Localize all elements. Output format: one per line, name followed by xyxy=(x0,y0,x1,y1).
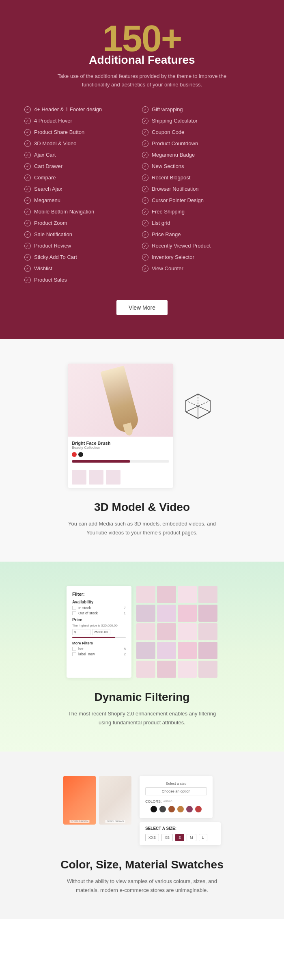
features-col2: ✓Gift wrapping✓Shipping Calculator✓Coupo… xyxy=(142,104,260,286)
view-more-button[interactable]: View More xyxy=(116,300,168,315)
check-icon: ✓ xyxy=(142,220,148,226)
3d-model-icon xyxy=(180,388,216,424)
feature-item: ✓Product Zoom xyxy=(24,218,142,229)
swatch-label-2: BOBBI BROWN xyxy=(105,820,125,823)
filter-more[interactable]: More Filters xyxy=(72,641,126,645)
product-thumb-item xyxy=(198,623,217,640)
size-swatch[interactable]: L xyxy=(199,834,207,841)
in-stock-row: In stock 7 xyxy=(72,606,126,610)
color-swatch[interactable] xyxy=(177,806,184,812)
color-swatch[interactable] xyxy=(195,806,202,812)
check-icon: ✓ xyxy=(142,265,148,272)
swatch-size-select[interactable]: Choose an option xyxy=(145,787,207,795)
size-swatch[interactable]: XS xyxy=(161,834,173,841)
product-colors xyxy=(72,452,169,457)
availability-label: Availability xyxy=(72,600,126,604)
model-product-card: Bright Face Brush Beauty Collection xyxy=(68,364,173,488)
cube-svg xyxy=(182,390,214,422)
label-new-label: label_new xyxy=(78,652,122,656)
filter-range-fill xyxy=(72,637,115,638)
price-label: Price xyxy=(72,618,126,622)
swatch-color-row xyxy=(145,806,207,812)
feature-item: ✓Product Review xyxy=(24,240,142,252)
product-thumb-item xyxy=(157,661,176,678)
feature-item: ✓Browser Notification xyxy=(142,183,260,195)
feature-item: ✓Coupon Code xyxy=(142,127,260,138)
color-swatch[interactable] xyxy=(186,806,193,812)
filter-range-bar xyxy=(72,637,126,638)
color-swatch[interactable] xyxy=(168,806,175,812)
feature-item: ✓Product Countdown xyxy=(142,138,260,149)
label-new-checkbox[interactable] xyxy=(72,652,76,656)
feature-item: ✓Shipping Calculator xyxy=(142,115,260,127)
brush-image xyxy=(100,366,140,435)
product-thumb-item xyxy=(178,586,197,603)
color-code: #0040 xyxy=(164,799,172,803)
product-sub: Beauty Collection xyxy=(72,446,169,450)
swatch-panel: Select a size Choose an option COLORS: #… xyxy=(140,776,213,818)
products-grid xyxy=(136,586,217,678)
feature-item: ✓Compare xyxy=(24,172,142,183)
feature-item: ✓Recent Blogpost xyxy=(142,172,260,183)
size-swatch[interactable]: XXS xyxy=(145,834,159,841)
product-thumb-item xyxy=(198,586,217,603)
filter-price-from[interactable]: $ xyxy=(72,629,90,635)
color-swatch[interactable] xyxy=(151,806,157,812)
feature-item: ✓Search Ajax xyxy=(24,183,142,195)
swatches-section-title: Color, Size, Material Swatches xyxy=(16,858,268,871)
product-thumb-item xyxy=(136,661,155,678)
feature-item: ✓Mobile Bottom Navigation xyxy=(24,206,142,218)
color-black xyxy=(78,452,83,457)
tag-hot-count: 8 xyxy=(124,647,126,651)
thumb-2 xyxy=(89,470,103,485)
check-icon: ✓ xyxy=(142,129,148,136)
feature-item: ✓Cursor Pointer Design xyxy=(142,195,260,206)
feature-item: ✓Ajax Cart xyxy=(24,149,142,161)
check-icon: ✓ xyxy=(24,265,31,272)
label-new-row: label_new 2 xyxy=(72,652,126,656)
size-swatch[interactable]: M xyxy=(187,834,196,841)
swatch-bottom-panel: SELECT A SIZE: XXSXSSML xyxy=(140,822,221,845)
product-thumb-item xyxy=(157,642,176,659)
out-of-stock-count: 1 xyxy=(124,611,126,615)
in-stock-checkbox[interactable] xyxy=(72,606,76,610)
feature-item: ✓Price Range xyxy=(142,229,260,240)
feature-item: ✓4+ Header & 1 Footer design xyxy=(24,104,142,115)
model-preview: Bright Face Brush Beauty Collection xyxy=(16,364,268,488)
check-icon: ✓ xyxy=(142,174,148,181)
check-icon: ✓ xyxy=(142,231,148,238)
check-icon: ✓ xyxy=(24,140,31,147)
model-section: Bright Face Brush Beauty Collection xyxy=(0,339,284,562)
color-swatch[interactable] xyxy=(159,806,166,812)
check-icon: ✓ xyxy=(24,174,31,181)
swatch-label-1: BOBBI BROWN xyxy=(69,820,89,823)
tag-hot-label: hot xyxy=(78,647,122,651)
filter-panel: Filter: Availability In stock 7 Out of s… xyxy=(67,586,131,678)
product-thumb-item xyxy=(198,642,217,659)
check-icon: ✓ xyxy=(142,106,148,113)
feature-item: ✓New Sections xyxy=(142,161,260,172)
out-of-stock-checkbox[interactable] xyxy=(72,611,76,615)
check-icon: ✓ xyxy=(142,186,148,192)
feature-item: ✓Product Share Button xyxy=(24,127,142,138)
product-thumb-item xyxy=(198,605,217,622)
model-section-title: 3D Model & Video xyxy=(16,501,268,514)
check-icon: ✓ xyxy=(142,243,148,249)
swatch-size-label: Select a size xyxy=(145,782,207,786)
in-stock-label: In stock xyxy=(78,606,122,610)
feature-item: ✓Recently Viewed Product xyxy=(142,240,260,252)
product-name: Bright Face Brush xyxy=(72,441,169,446)
product-thumb-item xyxy=(198,661,217,678)
tag-hot-checkbox[interactable] xyxy=(72,647,76,651)
filter-price-to[interactable]: 25000.00 xyxy=(92,629,110,635)
product-thumb-item xyxy=(157,605,176,622)
product-thumb-item xyxy=(136,642,155,659)
product-thumb-item xyxy=(178,661,197,678)
size-swatch[interactable]: S xyxy=(175,834,184,841)
model-card-image xyxy=(68,364,173,437)
svg-line-3 xyxy=(186,401,198,406)
check-icon: ✓ xyxy=(142,118,148,124)
product-bar-fill xyxy=(72,460,130,463)
label-new-count: 2 xyxy=(124,652,126,656)
feature-item: ✓Wishlist xyxy=(24,263,142,274)
